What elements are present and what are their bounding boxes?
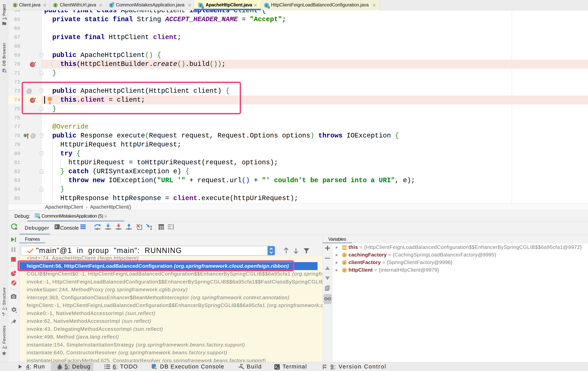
svg-text:p: p (344, 253, 346, 257)
svg-text:C: C (111, 4, 113, 7)
svg-text:p: p (344, 268, 346, 272)
svg-text:C: C (266, 4, 268, 8)
svg-text:C: C (200, 4, 202, 8)
svg-text:I: I (14, 4, 16, 7)
svg-text:I: I (54, 4, 56, 7)
svg-text:I: I (24, 134, 26, 137)
svg-text:p: p (344, 261, 346, 264)
